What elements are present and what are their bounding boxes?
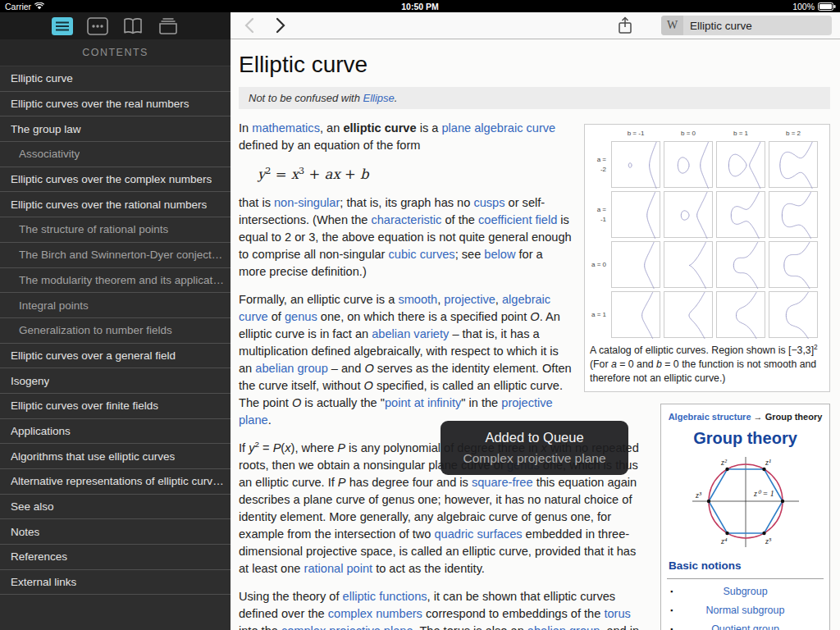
queue-icon[interactable] (158, 17, 179, 35)
toc-item[interactable]: Algorithms that use elliptic curves (0, 444, 231, 469)
toc-item-label: Elliptic curve (11, 72, 73, 84)
bullet-icon: ▪ (667, 623, 678, 630)
link[interactable]: Algebraic structure (669, 412, 751, 422)
link[interactable]: square-free (472, 476, 533, 489)
svg-text:z⁴: z⁴ (720, 536, 728, 546)
back-button[interactable] (237, 15, 262, 36)
link[interactable]: smooth (398, 293, 437, 306)
wifi-icon (34, 2, 44, 10)
link[interactable]: complex projective plane (281, 624, 413, 630)
toc-item[interactable]: The modularity theorem and its applicati… (0, 268, 231, 294)
infobox-title[interactable]: Group theory (667, 427, 824, 450)
link[interactable]: torus (604, 607, 630, 620)
col-label: b = 0 (664, 130, 713, 138)
link[interactable]: cubic curves (389, 248, 455, 261)
link[interactable]: elliptic functions (343, 590, 427, 603)
svg-text:z¹: z¹ (765, 458, 771, 467)
infobox-list-item: ▪Normal subgroup (667, 601, 824, 620)
saved-pages-icon[interactable] (122, 17, 144, 35)
toc-item[interactable]: See also (0, 495, 231, 520)
toc-item-label: Isogeny (11, 375, 49, 387)
link[interactable]: point at infinity (385, 396, 461, 409)
link[interactable]: abelian group (255, 362, 327, 375)
link[interactable]: Quotient group (678, 620, 812, 630)
link[interactable]: plane algebraic curve (441, 121, 555, 135)
toc-item-label: Integral points (19, 299, 89, 312)
toc-item[interactable]: The group law (0, 116, 231, 142)
elliptic-curve-catalog-figure[interactable]: b = -1b = 0b = 1b = 2a = -2a = -1a = 0a … (584, 124, 830, 392)
link[interactable]: abelian variety (372, 327, 449, 340)
toc-item[interactable]: The Birch and Swinnerton-Dyer conjecture (0, 243, 231, 268)
link[interactable]: cusps (473, 196, 504, 209)
article-body: b = -1b = 0b = 1b = 2a = -2a = -1a = 0a … (239, 120, 830, 630)
link[interactable]: abelian group (527, 624, 600, 630)
svg-text:z⁵: z⁵ (765, 536, 772, 546)
curve-plot-cell (664, 241, 713, 288)
share-icon[interactable] (614, 15, 637, 36)
toc-item[interactable]: References (0, 545, 231, 570)
link[interactable]: Subgroup (678, 582, 812, 601)
svg-text:z⁰ = 1: z⁰ = 1 (753, 489, 774, 498)
history-icon[interactable] (87, 17, 108, 35)
curve-plot-cell (716, 191, 765, 238)
curve-plot-cell (716, 241, 765, 288)
contents-icon[interactable] (52, 17, 73, 35)
toc-item[interactable]: Elliptic curves over the real numbers (0, 92, 231, 117)
link[interactable]: mathematics (252, 121, 320, 135)
toc-item[interactable]: Applications (0, 419, 231, 445)
toc-item[interactable]: Elliptic curves over the rational number… (0, 192, 231, 217)
toc-item-label: References (11, 550, 67, 563)
toc-item[interactable]: Elliptic curves over finite fields (0, 394, 231, 419)
search-field[interactable]: W (661, 16, 832, 35)
toc-item[interactable]: Alternative representations of elliptic … (0, 469, 231, 495)
link[interactable]: coefficient field (478, 213, 557, 226)
toc-item[interactable]: The structure of rational points (0, 217, 231, 243)
link[interactable]: below (484, 248, 515, 261)
toc-item[interactable]: Elliptic curves over a general field (0, 344, 231, 369)
toc-item[interactable]: Elliptic curves over the complex numbers (0, 167, 231, 193)
link[interactable]: Normal subgroup (678, 601, 812, 620)
toc-item[interactable]: Integral points (0, 293, 231, 318)
group-theory-infobox: Algebraic structure → Group theory Group… (660, 404, 830, 630)
infobox-list-item: ▪Quotient group (667, 620, 824, 630)
toc-item-label: The Birch and Swinnerton-Dyer conjecture (19, 249, 224, 261)
infobox-link-list: ▪Subgroup▪Normal subgroup▪Quotient group… (667, 582, 824, 630)
carrier-label: Carrier (5, 2, 31, 11)
link[interactable]: genus (285, 310, 317, 323)
sidebar-toolbar (0, 12, 231, 39)
link[interactable]: quadric surfaces (434, 527, 522, 541)
link[interactable]: rational point (304, 562, 373, 575)
toc-item[interactable]: Generalization to number fields (0, 318, 231, 344)
curve-plot-cell (769, 141, 818, 188)
toc-item[interactable]: Notes (0, 519, 231, 545)
link[interactable]: characteristic (371, 213, 441, 226)
toc-item[interactable]: Associativity (0, 142, 231, 167)
search-input[interactable] (683, 20, 823, 32)
battery-icon (818, 2, 836, 11)
contents-header: CONTENTS (0, 39, 231, 66)
curve-plot-cell (664, 291, 713, 338)
toc-item-label: External links (11, 576, 76, 588)
infobox-section-heading[interactable]: Basic notions (667, 556, 824, 579)
table-of-contents: Elliptic curveElliptic curves over the r… (0, 66, 231, 595)
sidebar: CONTENTS Elliptic curveElliptic curves o… (0, 12, 231, 630)
forward-button[interactable] (268, 15, 293, 36)
row-label: a = 0 (590, 260, 608, 270)
curve-plot-cell (664, 141, 713, 188)
toc-item-label: The structure of rational points (19, 223, 168, 235)
page-title: Elliptic curve (239, 52, 830, 78)
svg-text:z³: z³ (695, 491, 702, 500)
curve-grid: b = -1b = 0b = 1b = 2a = -2a = -1a = 0a … (590, 130, 824, 338)
link[interactable]: Ellipse (363, 92, 394, 104)
article-view: Elliptic curve Not to be confused with E… (231, 39, 840, 630)
curve-plot-cell (716, 291, 765, 338)
wikipedia-logo: W (661, 16, 683, 35)
toc-item[interactable]: Elliptic curve (0, 66, 231, 92)
link[interactable]: non-singular (274, 196, 340, 209)
link[interactable]: complex numbers (328, 607, 422, 620)
toc-item[interactable]: Isogeny (0, 368, 231, 394)
toc-item-label: Generalization to number fields (19, 324, 172, 336)
link[interactable]: projective (444, 293, 495, 306)
toc-item[interactable]: External links (0, 570, 231, 596)
toast-title: Added to Queue (485, 430, 583, 445)
